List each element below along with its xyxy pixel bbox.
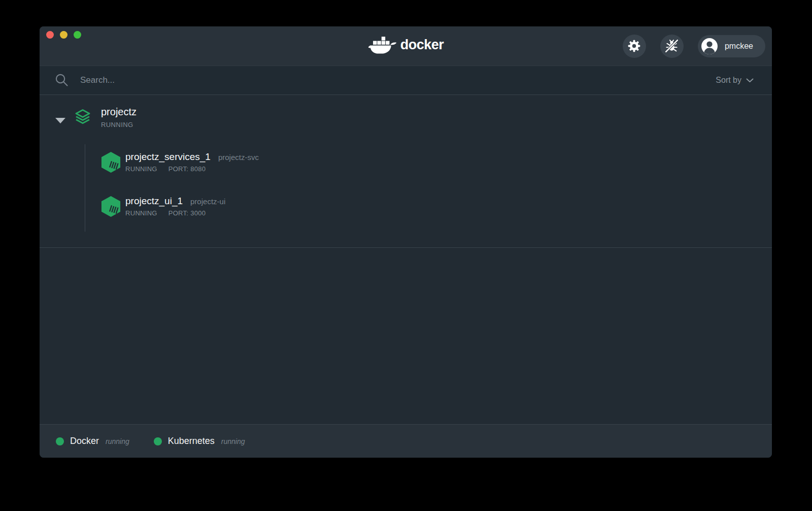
- engine-name: Kubernetes: [168, 436, 215, 446]
- container-service: projectz-svc: [218, 153, 259, 162]
- engine-name: Docker: [70, 436, 99, 446]
- stack-icon: [74, 108, 92, 126]
- titlebar: docker: [40, 26, 772, 66]
- engine-state: running: [221, 437, 245, 445]
- container-row[interactable]: projectz_ui_1 projectz-ui RUNNING PORT: …: [100, 195, 225, 218]
- search-input[interactable]: [80, 75, 716, 85]
- sort-by-dropdown[interactable]: Sort by: [716, 76, 754, 85]
- container-port: PORT: 3000: [168, 209, 206, 217]
- search-bar: Sort by: [40, 66, 772, 95]
- container-port: PORT: 8080: [168, 165, 206, 173]
- collapse-group-button[interactable]: [55, 118, 65, 123]
- container-service: projectz-ui: [190, 197, 225, 206]
- settings-button[interactable]: [623, 35, 646, 58]
- debug-button[interactable]: [660, 35, 684, 58]
- container-name: projectz_services_1: [125, 151, 211, 163]
- group-status: RUNNING: [101, 121, 137, 129]
- docker-desktop-window: docker: [40, 26, 772, 458]
- docker-whale-icon: [368, 35, 397, 55]
- status-bar: Docker running Kubernetes running: [40, 424, 772, 458]
- status-dot-icon: [56, 437, 64, 445]
- header-actions: pmckee: [623, 35, 765, 58]
- bug-slash-icon: [664, 39, 679, 53]
- container-list: projectz RUNNING projectz_services_1 pro…: [40, 95, 772, 248]
- chevron-down-icon: [746, 78, 754, 83]
- container-status: RUNNING: [125, 165, 157, 173]
- kubernetes-status: Kubernetes running: [154, 436, 245, 446]
- tree-indent-line: [85, 144, 85, 232]
- container-row[interactable]: projectz_services_1 projectz-svc RUNNING…: [100, 151, 259, 174]
- container-icon: [100, 195, 122, 218]
- docker-wordmark: docker: [400, 37, 444, 53]
- zoom-window-button[interactable]: [74, 31, 81, 39]
- username-label: pmckee: [725, 42, 753, 51]
- user-avatar-icon: [701, 38, 718, 55]
- sort-by-label: Sort by: [716, 76, 741, 85]
- container-name: projectz_ui_1: [125, 196, 183, 207]
- search-icon: [55, 73, 69, 87]
- docker-logo: docker: [368, 35, 444, 55]
- minimize-window-button[interactable]: [60, 31, 67, 39]
- status-dot-icon: [154, 437, 162, 445]
- gear-icon: [627, 39, 641, 53]
- docker-engine-status: Docker running: [56, 436, 129, 446]
- group-name: projectz: [101, 106, 137, 118]
- container-icon: [100, 151, 122, 174]
- engine-state: running: [106, 437, 129, 445]
- close-window-button[interactable]: [46, 31, 54, 39]
- group-row[interactable]: projectz RUNNING: [101, 106, 137, 129]
- empty-content-area: [40, 248, 772, 424]
- container-status: RUNNING: [125, 209, 157, 217]
- account-button[interactable]: pmckee: [698, 35, 765, 57]
- window-controls: [46, 31, 81, 39]
